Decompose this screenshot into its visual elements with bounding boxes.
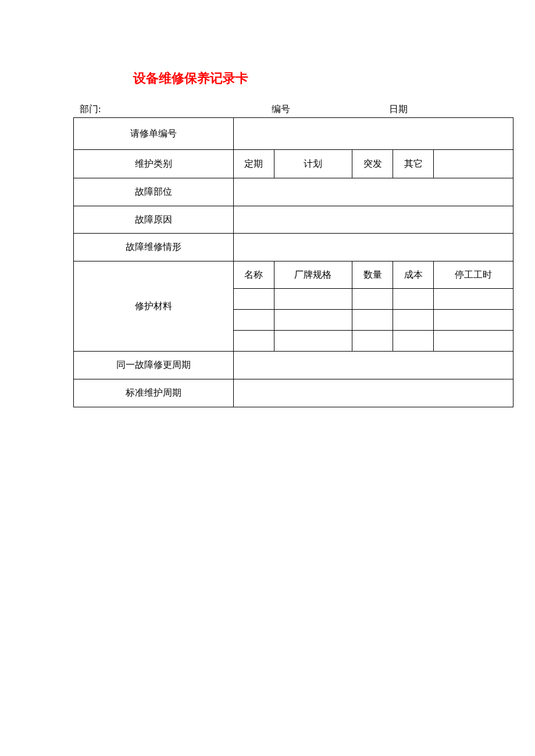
maintenance-type-opt2: 计划 [274,150,352,178]
table-row: 修护材料 名称 厂牌规格 数量 成本 停工工时 [74,261,513,289]
repair-materials-label: 修护材料 [74,261,234,352]
table-row: 同一故障修更周期 [74,352,513,379]
table-row: 维护类别 定期 计划 突发 其它 [74,150,513,178]
page-title: 设备维修保养记录卡 [133,70,248,87]
material-cell [434,289,513,310]
material-cell [352,331,393,352]
material-cell [434,310,513,331]
same-fault-cycle-label: 同一故障修更周期 [74,352,234,379]
repair-materials-h1: 名称 [233,261,274,289]
repair-materials-h3: 数量 [352,261,393,289]
request-number-value [233,118,513,150]
table-row: 请修单编号 [74,118,513,150]
material-cell [274,310,352,331]
table-row: 故障维修情形 [74,234,513,261]
fault-reason-label: 故障原因 [74,206,234,234]
fault-location-value [233,178,513,206]
material-cell [393,289,434,310]
repair-materials-h4: 成本 [393,261,434,289]
fault-reason-value [233,206,513,234]
table-row: 故障原因 [74,206,513,234]
material-cell [393,331,434,352]
standard-maintenance-cycle-value [233,379,513,407]
standard-maintenance-cycle-label: 标准维护周期 [74,379,234,407]
maintenance-type-opt4: 其它 [393,150,434,178]
table-row: 标准维护周期 [74,379,513,407]
material-cell [352,310,393,331]
maintenance-type-blank [434,150,513,178]
header-row: 部门: 编号 日期 [80,103,408,116]
table-row: 故障部位 [74,178,513,206]
number-label: 编号 [272,103,290,116]
maintenance-type-label: 维护类别 [74,150,234,178]
maintenance-type-opt3: 突发 [352,150,393,178]
same-fault-cycle-value [233,352,513,379]
material-cell [233,289,274,310]
request-number-label: 请修单编号 [74,118,234,150]
material-cell [274,331,352,352]
maintenance-record-table: 请修单编号 维护类别 定期 计划 突发 其它 故障部位 故障原因 故障维修情形 … [73,117,513,407]
department-label: 部门: [80,103,101,116]
material-cell [233,331,274,352]
maintenance-type-opt1: 定期 [233,150,274,178]
fault-repair-situation-value [233,234,513,261]
material-cell [393,310,434,331]
repair-materials-h2: 厂牌规格 [274,261,352,289]
date-label: 日期 [389,103,408,116]
fault-location-label: 故障部位 [74,178,234,206]
fault-repair-situation-label: 故障维修情形 [74,234,234,261]
material-cell [274,289,352,310]
repair-materials-h5: 停工工时 [434,261,513,289]
material-cell [434,331,513,352]
material-cell [352,289,393,310]
material-cell [233,310,274,331]
